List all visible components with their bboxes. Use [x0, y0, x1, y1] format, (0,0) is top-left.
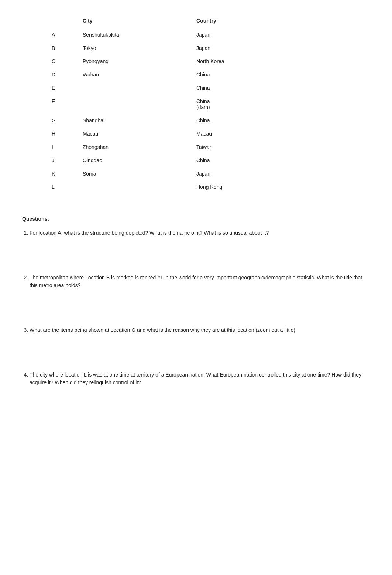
row-id: I [44, 140, 75, 154]
question-item: What are the items being shown at Locati… [30, 326, 370, 334]
col-header-city: City [75, 15, 189, 28]
row-country: China [189, 68, 303, 81]
row-country: Japan [189, 41, 303, 55]
col-header-country: Country [189, 15, 303, 28]
row-country: Japan [189, 167, 303, 180]
table-row: BTokyoJapan [44, 41, 303, 55]
table-row: GShanghaiChina [44, 114, 303, 127]
row-id: J [44, 154, 75, 167]
question-item: The city where location L is was at one … [30, 371, 370, 387]
question-item: The metropolitan where Location B is mar… [30, 274, 370, 289]
location-table: City Country ASenshukukokitaJapanBTokyoJ… [44, 15, 303, 194]
row-city: Tokyo [75, 41, 189, 55]
row-city: Pyongyang [75, 55, 189, 68]
row-country: China [189, 154, 303, 167]
row-id: L [44, 180, 75, 194]
table-row: LHong Kong [44, 180, 303, 194]
questions-section: Questions: For location A, what is the s… [22, 216, 370, 387]
location-table-section: City Country ASenshukukokitaJapanBTokyoJ… [22, 15, 370, 194]
row-city: Shanghai [75, 114, 189, 127]
table-row: EChina [44, 81, 303, 95]
table-row: KSomaJapan [44, 167, 303, 180]
row-country: Japan [189, 28, 303, 41]
row-city: Soma [75, 167, 189, 180]
row-country: China(dam) [189, 95, 303, 114]
row-city: Macau [75, 127, 189, 140]
col-header-id [44, 15, 75, 28]
row-city: Zhongshan [75, 140, 189, 154]
row-id: D [44, 68, 75, 81]
row-city [75, 180, 189, 194]
table-row: ASenshukukokitaJapan [44, 28, 303, 41]
table-row: JQingdaoChina [44, 154, 303, 167]
table-row: CPyongyangNorth Korea [44, 55, 303, 68]
question-item: For location A, what is the structure be… [30, 229, 370, 237]
questions-label: Questions: [22, 216, 370, 222]
row-city: Qingdao [75, 154, 189, 167]
row-country: China [189, 114, 303, 127]
row-id: H [44, 127, 75, 140]
row-city [75, 95, 189, 114]
row-id: E [44, 81, 75, 95]
row-country: Macau [189, 127, 303, 140]
row-country: China [189, 81, 303, 95]
questions-list: For location A, what is the structure be… [30, 229, 370, 387]
row-id: G [44, 114, 75, 127]
row-country: Taiwan [189, 140, 303, 154]
table-row: DWuhanChina [44, 68, 303, 81]
row-id: A [44, 28, 75, 41]
row-country: North Korea [189, 55, 303, 68]
table-row: FChina(dam) [44, 95, 303, 114]
row-id: K [44, 167, 75, 180]
row-id: C [44, 55, 75, 68]
table-row: IZhongshanTaiwan [44, 140, 303, 154]
row-id: B [44, 41, 75, 55]
row-city [75, 81, 189, 95]
row-city: Senshukukokita [75, 28, 189, 41]
row-id: F [44, 95, 75, 114]
row-country: Hong Kong [189, 180, 303, 194]
table-row: HMacauMacau [44, 127, 303, 140]
row-city: Wuhan [75, 68, 189, 81]
